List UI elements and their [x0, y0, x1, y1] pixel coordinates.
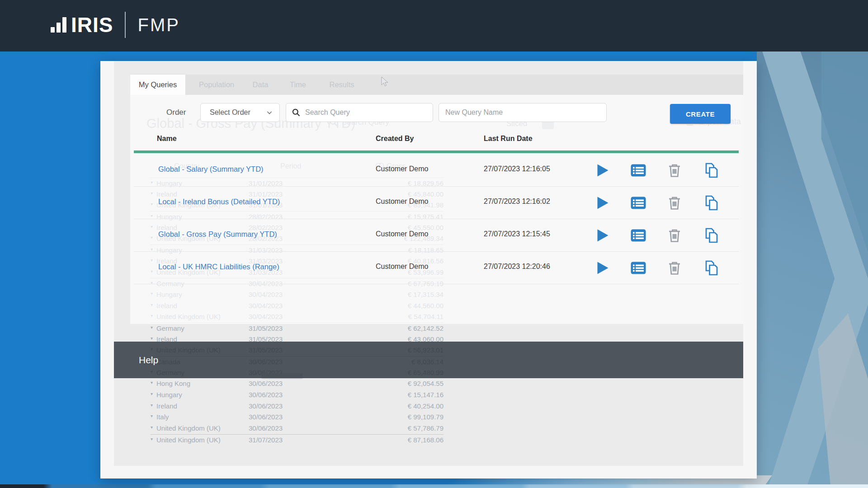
duplicate-query-button[interactable] — [703, 195, 720, 211]
created-by-cell: Customer Demo — [376, 197, 428, 206]
duplicate-query-icon — [703, 227, 720, 244]
last-run-date-cell: 27/07/2023 12:16:02 — [484, 197, 550, 206]
run-query-button[interactable] — [594, 227, 610, 244]
ghost-country-cell: Hungary — [156, 391, 182, 399]
search-query-input[interactable] — [304, 108, 427, 117]
table-header-divider — [134, 150, 739, 153]
run-query-button[interactable] — [594, 195, 610, 211]
view-details-icon — [630, 195, 646, 211]
new-query-name-field — [439, 103, 607, 122]
tab-data[interactable]: Data — [244, 75, 277, 95]
expand-arrow-icon: ▾ — [151, 403, 153, 408]
last-run-date-cell: 27/07/2023 12:16:05 — [484, 165, 550, 173]
view-details-button[interactable] — [630, 195, 646, 211]
new-query-name-input[interactable] — [444, 108, 601, 117]
bottom-edge-strip — [0, 484, 868, 488]
background-chevron-art — [757, 52, 868, 488]
expand-arrow-icon: ▾ — [151, 325, 153, 330]
queries-panel: Global - Gross Pay (Summary YTD) Search … — [100, 61, 757, 479]
help-button[interactable]: Help — [139, 355, 158, 366]
order-select-value: Select Order — [210, 108, 266, 117]
query-name-link[interactable]: Local - UK HMRC Liabilities (Range) — [158, 263, 279, 271]
query-name-link[interactable]: Local - Ireland Bonus (Detailed YTD) — [158, 197, 280, 206]
expand-arrow-icon: ▾ — [151, 380, 153, 385]
expand-arrow-icon: ▾ — [151, 336, 153, 341]
brand-divider — [125, 12, 126, 38]
brand-iris-text: IRIS — [71, 14, 113, 35]
ghost-gross-cell: € 99,109.79 — [408, 413, 443, 421]
query-row: Global - Salary (Summary YTD)Customer De… — [134, 154, 739, 187]
run-query-button[interactable] — [594, 162, 610, 178]
duplicate-query-button[interactable] — [703, 162, 720, 178]
ghost-gross-cell: € 92,054.55 — [408, 380, 443, 387]
view-details-button[interactable] — [630, 260, 646, 276]
view-details-icon — [630, 227, 646, 244]
ghost-result-row: ▾Hong Kong30/06/2023€ 92,054.55 — [151, 378, 443, 389]
column-header-last-run-date: Last Run Date — [484, 135, 533, 143]
ghost-country-cell: Ireland — [156, 402, 177, 410]
ghost-gross-cell: € 57,786.79 — [408, 424, 443, 432]
ghost-gross-cell: € 87,168.06 — [408, 436, 443, 444]
search-query-field — [286, 103, 433, 122]
search-icon — [292, 108, 301, 117]
run-query-icon — [594, 227, 610, 244]
ghost-country-cell: United Kingdom (UK) — [156, 436, 221, 444]
duplicate-query-button[interactable] — [703, 260, 720, 276]
tab-results[interactable]: Results — [323, 75, 360, 95]
duplicate-query-button[interactable] — [703, 227, 720, 244]
view-details-button[interactable] — [630, 162, 646, 178]
created-by-cell: Customer Demo — [376, 230, 428, 238]
view-details-button[interactable] — [630, 227, 646, 244]
duplicate-query-icon — [703, 260, 720, 276]
ghost-result-row: ▾Germany31/05/2023€ 62,142.52 — [151, 323, 443, 334]
tab-population[interactable]: Population — [194, 75, 239, 95]
ghost-period-cell: 30/06/2023 — [249, 380, 283, 387]
created-by-cell: Customer Demo — [376, 165, 428, 173]
ghost-country-cell: United Kingdom (UK) — [156, 424, 221, 432]
view-details-icon — [630, 260, 646, 276]
expand-arrow-icon: ▾ — [151, 436, 153, 441]
mouse-cursor-icon — [381, 76, 389, 87]
created-by-cell: Customer Demo — [376, 263, 428, 271]
ghost-gross-cell: € 40,254.00 — [408, 402, 443, 410]
query-name-link[interactable]: Global - Gross Pay (Summary YTD) — [158, 230, 277, 239]
queries-table-body: Global - Salary (Summary YTD)Customer De… — [134, 154, 739, 284]
tab-bar: My QueriesPopulationDataTimeResults — [130, 75, 743, 95]
column-header-created-by: Created By — [376, 135, 414, 143]
ghost-result-row: ▾United Kingdom (UK)31/07/2023€ 87,168.0… — [151, 434, 443, 446]
help-footer-bar: Help — [114, 342, 743, 378]
ghost-country-cell: Germany — [156, 324, 184, 332]
query-row: Global - Gross Pay (Summary YTD)Customer… — [134, 219, 739, 252]
query-row: Local - Ireland Bonus (Detailed YTD)Cust… — [134, 187, 739, 219]
delete-query-button[interactable] — [666, 227, 683, 244]
tab-my-queries[interactable]: My Queries — [130, 75, 185, 95]
tab-time[interactable]: Time — [283, 75, 313, 95]
delete-query-icon — [666, 195, 683, 211]
run-query-button[interactable] — [594, 260, 610, 276]
ghost-period-cell: 31/07/2023 — [249, 436, 283, 444]
run-query-icon — [594, 260, 610, 276]
delete-query-button[interactable] — [666, 195, 683, 211]
query-name-link[interactable]: Global - Salary (Summary YTD) — [158, 165, 264, 174]
delete-query-icon — [666, 227, 683, 244]
order-select[interactable]: Select Order — [200, 103, 280, 122]
column-header-name: Name — [157, 135, 177, 143]
ghost-result-row: ▾Ireland30/06/2023€ 40,254.00 — [151, 401, 443, 412]
order-label: Order — [166, 103, 186, 122]
delete-query-icon — [666, 260, 683, 276]
delete-query-button[interactable] — [666, 162, 683, 178]
top-header-bar: IRIS FMP — [0, 0, 868, 52]
expand-arrow-icon: ▾ — [151, 391, 153, 396]
iris-fmp-logo: IRIS FMP — [51, 12, 180, 38]
ghost-period-cell: 31/05/2023 — [249, 324, 283, 332]
ghost-gross-cell: € 62,142.52 — [408, 324, 443, 332]
delete-query-button[interactable] — [666, 260, 683, 276]
application-window: IRIS FMP Global - Gross Pay (Summary YTD… — [0, 0, 868, 488]
ghost-period-cell: 30/06/2023 — [249, 413, 283, 421]
run-query-icon — [594, 195, 610, 211]
bar-chart-logo-icon — [51, 17, 68, 33]
query-row: Local - UK HMRC Liabilities (Range)Custo… — [134, 252, 739, 284]
create-query-button[interactable]: CREATE — [670, 104, 731, 124]
ghost-country-cell: Italy — [156, 413, 169, 421]
ghost-period-cell: 30/06/2023 — [249, 391, 283, 399]
